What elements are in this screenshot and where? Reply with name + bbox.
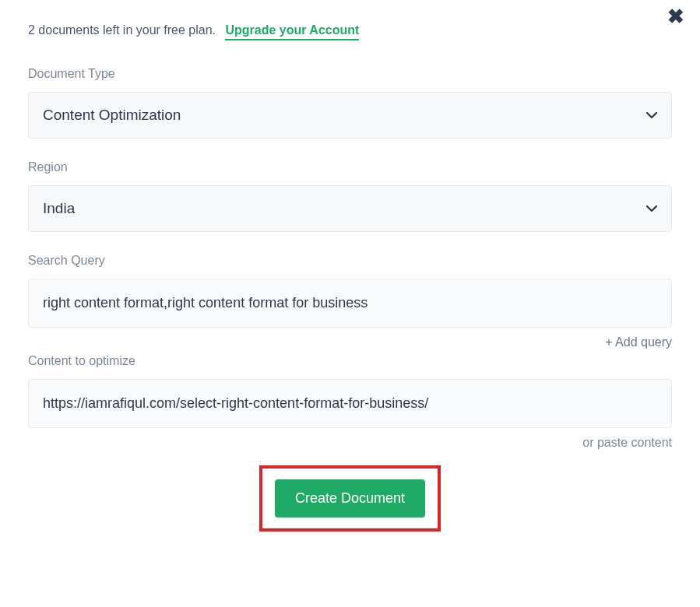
document-type-label: Document Type [28, 67, 672, 81]
document-type-select[interactable]: Content Optimization [28, 92, 672, 139]
region-value: India [43, 200, 75, 217]
content-optimize-input[interactable] [28, 379, 672, 428]
plan-text: 2 documents left in your free plan. [28, 23, 216, 37]
create-document-button[interactable]: Create Document [275, 479, 425, 518]
search-query-label: Search Query [28, 254, 672, 268]
search-query-input[interactable] [28, 279, 672, 328]
add-query-link[interactable]: + Add query [28, 335, 672, 349]
region-label: Region [28, 160, 672, 174]
close-icon[interactable]: ✖ [667, 6, 684, 26]
document-type-value: Content Optimization [43, 107, 181, 124]
chevron-down-icon [646, 109, 657, 121]
region-group: Region India [28, 160, 672, 232]
region-select[interactable]: India [28, 185, 672, 232]
button-wrap: Create Document [28, 465, 672, 532]
paste-content-hint: or paste content [28, 436, 672, 450]
form-container: 2 documents left in your free plan. Upgr… [0, 0, 700, 547]
plan-notice: 2 documents left in your free plan. Upgr… [28, 23, 672, 37]
document-type-group: Document Type Content Optimization [28, 67, 672, 139]
upgrade-account-link[interactable]: Upgrade your Account [225, 23, 359, 40]
content-optimize-group: Content to optimize or paste content [28, 354, 672, 450]
content-optimize-label: Content to optimize [28, 354, 672, 368]
highlight-box: Create Document [259, 465, 441, 532]
search-query-group: Search Query + Add query [28, 254, 672, 349]
chevron-down-icon [646, 202, 657, 215]
